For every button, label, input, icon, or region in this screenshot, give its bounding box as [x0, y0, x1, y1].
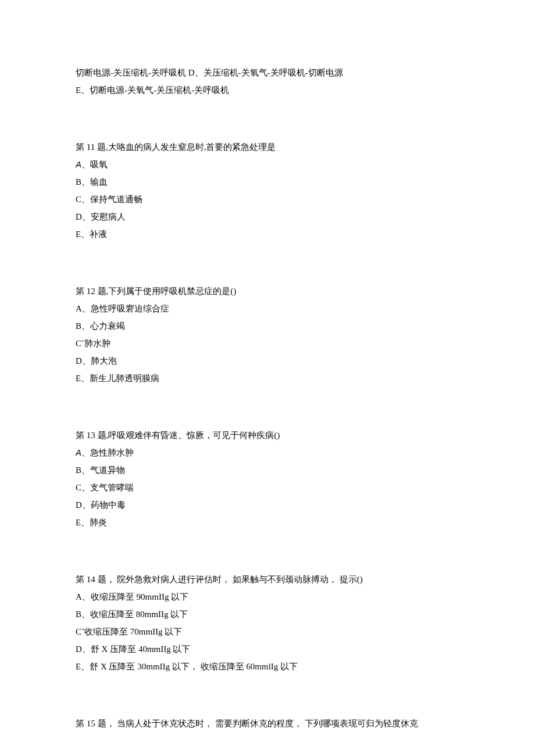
- q11-option-a: A、吸氧: [76, 156, 459, 173]
- q11-a-text: 、吸氧: [81, 160, 108, 169]
- q14-head: 第 14 题， 院外急救对病人进行评估时， 如果触与不到颈动脉搏动， 提示(): [76, 571, 459, 588]
- q13-a-text: 、急性肺水肿: [81, 448, 134, 457]
- q13-option-a: A、急性肺水肿: [76, 444, 459, 461]
- q12-option-a: A、急性呼吸窘迫综合症: [76, 300, 459, 317]
- q15-head: 第 15 题， 当病人处于休克状态时， 需要判断休克的程度， 下列哪项表现可归为…: [76, 715, 459, 732]
- q14-option-d: D、舒 X 压降至 40mmIIg 以下: [76, 640, 459, 658]
- q12-option-d: D、肺大泡: [76, 352, 459, 370]
- q13-option-b: B、气道异物: [76, 461, 459, 479]
- q11-option-e: E、补液: [76, 225, 459, 243]
- q14-option-c: Cˆ收缩压降至 70mmIIg 以下: [76, 623, 459, 640]
- q12-option-b: B、心力衰竭: [76, 317, 459, 335]
- q12-option-e: E、新生儿肺透明膜病: [76, 370, 459, 387]
- q14-option-b: B、收缩压降至 80mmIIg 以下: [76, 605, 459, 623]
- q13-option-d: D、药物中毒: [76, 496, 459, 514]
- prelude-line-2: E、切断电源-关氧气-关压缩机-关呼吸机: [76, 81, 459, 99]
- q14-option-a: A、收缩压降至 90mmIIg 以下: [76, 588, 459, 605]
- q13-option-e: E、肺炎: [76, 514, 459, 531]
- q11-option-b: B、输血: [76, 173, 459, 191]
- q13-head: 第 13 题,呼吸艰难伴有昏迷、惊厥，可见于何种疾病(): [76, 427, 459, 444]
- q14-option-e: E、舒 X 压降至 30mmIIg 以下， 收缩压降至 60mmlIg 以下: [76, 658, 459, 675]
- q13-option-c: C、支气管哮喘: [76, 479, 459, 496]
- q11-head: 第 11 题,大咯血的病人发生窒息时,首要的紧急处理是: [76, 138, 459, 156]
- q11-option-c: C、保持气道通畅: [76, 191, 459, 208]
- q13-a-letter: A: [76, 447, 81, 457]
- q12-head: 第 12 题,下列属于使用呼吸机禁忌症的是(): [76, 282, 459, 300]
- prelude-line-1: 切断电源-关压缩机-关呼吸机 D、关压缩机-关氧气-关呼吸机-切断电源: [76, 64, 459, 81]
- q12-option-c: Cˆ肺水肿: [76, 335, 459, 352]
- q11-a-letter: A: [76, 159, 81, 169]
- q11-option-d: D、安慰病人: [76, 208, 459, 225]
